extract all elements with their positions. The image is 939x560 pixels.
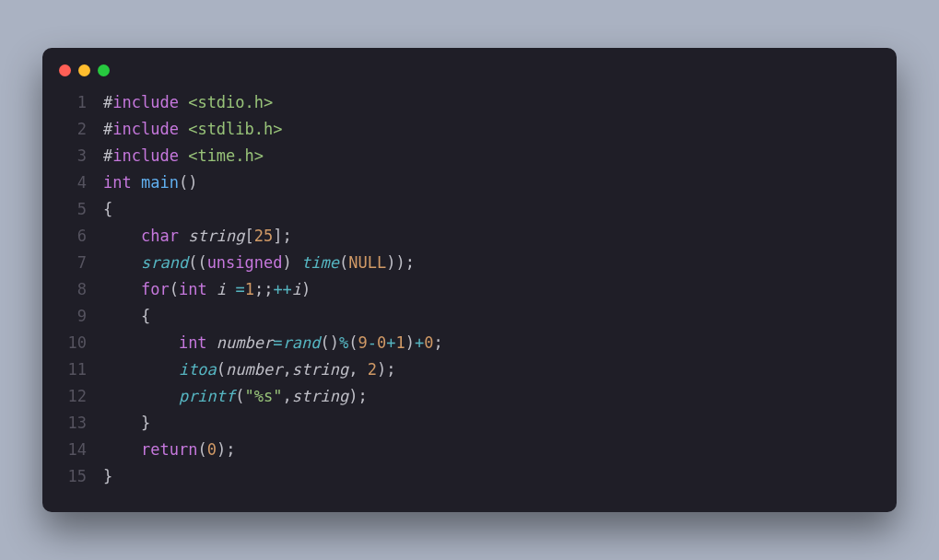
number: 9: [358, 333, 367, 352]
code-content: printf("%s",string);: [103, 383, 874, 410]
indent: [103, 227, 141, 245]
code-content: {: [103, 196, 874, 223]
preproc-keyword: include: [112, 120, 179, 138]
include-path: <stdio.h>: [188, 93, 273, 111]
fn-call: itoa: [179, 360, 217, 379]
line-number: 6: [65, 223, 103, 250]
operator: =: [235, 280, 244, 298]
code-window: 1 #include <stdio.h> 2 #include <stdlib.…: [42, 48, 897, 512]
line-number: 12: [65, 383, 103, 410]
preproc-keyword: include: [112, 146, 179, 165]
indent: [103, 440, 141, 459]
indent: [103, 280, 141, 298]
line-number: 13: [65, 410, 103, 437]
semicolon: ;: [405, 253, 415, 272]
brace: }: [103, 467, 112, 485]
parens: (): [320, 333, 338, 352]
code-line: 5 {: [65, 196, 874, 223]
parens: (: [235, 387, 244, 405]
preproc-hash: #: [103, 146, 112, 165]
line-number: 7: [65, 250, 103, 276]
code-content: itoa(number,string, 2);: [103, 356, 874, 383]
operator: +: [386, 333, 395, 352]
space: [132, 173, 141, 192]
fn-main: main: [141, 173, 179, 192]
operator: %: [339, 333, 348, 352]
fn-call: time: [301, 253, 339, 272]
number: 0: [377, 333, 386, 352]
bracket: ]: [273, 227, 282, 245]
line-number: 11: [65, 356, 103, 383]
parens: (: [348, 333, 358, 352]
parens: ): [377, 360, 386, 379]
line-number: 5: [65, 196, 103, 223]
close-icon[interactable]: [59, 64, 71, 76]
line-number: 15: [65, 463, 103, 490]
code-line: 13 }: [65, 410, 874, 437]
keyword: int: [179, 333, 207, 352]
parens: (: [339, 253, 348, 272]
line-number: 14: [65, 437, 103, 463]
window-titlebar: [42, 64, 897, 89]
space: [207, 333, 217, 352]
code-line: 11 itoa(number,string, 2);: [65, 356, 874, 383]
zoom-icon[interactable]: [98, 64, 110, 76]
operator: ++: [273, 280, 291, 298]
minimize-icon[interactable]: [78, 64, 90, 76]
code-line: 3 #include <time.h>: [65, 143, 874, 169]
code-content: int number=rand()%(9-0+1)+0;: [103, 330, 874, 356]
number: 1: [245, 280, 254, 298]
indent: [103, 253, 141, 272]
code-line: 2 #include <stdlib.h>: [65, 116, 874, 143]
indent: [103, 387, 179, 405]
identifier: string: [292, 360, 348, 379]
keyword: for: [141, 280, 170, 298]
code-line: 9 {: [65, 303, 874, 330]
string: "%s": [245, 387, 283, 405]
parens: )): [386, 253, 405, 272]
code-content: #include <time.h>: [103, 143, 874, 169]
parens: ): [348, 387, 358, 405]
fn-call: printf: [179, 387, 235, 405]
space: [179, 227, 188, 245]
semicolon: ;: [283, 227, 292, 245]
code-content: #include <stdio.h>: [103, 89, 874, 116]
code-line: 8 for(int i =1;;++i): [65, 276, 874, 303]
code-line: 12 printf("%s",string);: [65, 383, 874, 410]
line-number: 9: [65, 303, 103, 330]
operator: +: [415, 333, 424, 352]
parens: ((: [188, 253, 206, 272]
line-number: 1: [65, 89, 103, 116]
code-line: 7 srand((unsigned) time(NULL));: [65, 250, 874, 276]
bracket: [: [245, 227, 254, 245]
comma: ,: [283, 387, 292, 405]
parens: (: [197, 440, 206, 459]
keyword: return: [141, 440, 197, 459]
line-number: 10: [65, 330, 103, 356]
indent: [103, 333, 179, 352]
preproc-keyword: include: [112, 93, 179, 111]
identifier: string: [188, 227, 244, 245]
preproc-hash: #: [103, 120, 112, 138]
code-content: }: [103, 463, 874, 490]
keyword: char: [141, 227, 179, 245]
space: [358, 360, 367, 379]
code-line: 6 char string[25];: [65, 223, 874, 250]
fn-call: rand: [283, 333, 321, 352]
comma: ,: [283, 360, 292, 379]
identifier: i: [217, 280, 226, 298]
brace: {: [141, 307, 150, 325]
code-content: char string[25];: [103, 223, 874, 250]
keyword: int: [103, 173, 132, 192]
number: 2: [368, 360, 377, 379]
operator: -: [368, 333, 377, 352]
indent: [103, 414, 141, 432]
include-path: <stdlib.h>: [188, 120, 282, 138]
semicolon: ;: [433, 333, 442, 352]
identifier: number: [217, 333, 273, 352]
parens: (: [217, 360, 226, 379]
code-line: 15 }: [65, 463, 874, 490]
parens: ): [217, 440, 226, 459]
code-content: return(0);: [103, 437, 874, 463]
semicolon: ;: [358, 387, 367, 405]
